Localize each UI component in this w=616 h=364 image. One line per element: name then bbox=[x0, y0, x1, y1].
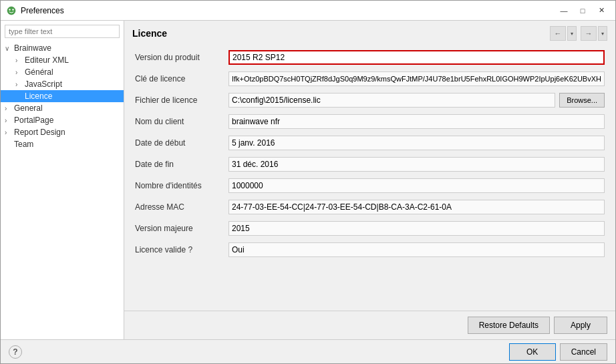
window-controls: — □ ✕ bbox=[555, 4, 610, 17]
input-version-produit[interactable] bbox=[228, 50, 605, 65]
window-icon bbox=[6, 5, 17, 16]
footer-right-buttons: OK Cancel bbox=[509, 343, 607, 361]
form-row-date-fin: Date de fin bbox=[135, 156, 605, 173]
label-cle-licence: Clé de licence bbox=[135, 74, 228, 83]
form-row-nombre-identites: Nombre d'identités bbox=[135, 177, 605, 194]
dropdown-icon: ▾ bbox=[601, 31, 604, 37]
input-date-fin[interactable] bbox=[228, 157, 605, 172]
back-dropdown-button[interactable]: ▾ bbox=[567, 26, 577, 41]
sidebar-item-label: Report Design bbox=[14, 128, 124, 137]
form-row-version-majeure: Version majeure bbox=[135, 220, 605, 237]
forward-icon: → bbox=[585, 29, 593, 37]
maximize-button[interactable]: □ bbox=[574, 4, 591, 17]
main-panel: Licence ← ▾ → ▾ bbox=[124, 21, 615, 339]
sidebar-item-general-sub[interactable]: › Général bbox=[1, 66, 124, 78]
label-version-majeure: Version majeure bbox=[135, 224, 228, 233]
svg-point-2 bbox=[12, 9, 13, 10]
arrow-icon: › bbox=[5, 105, 14, 112]
cancel-button[interactable]: Cancel bbox=[560, 343, 607, 361]
sidebar-item-report-design[interactable]: › Report Design bbox=[1, 126, 124, 138]
input-adresse-mac[interactable] bbox=[228, 200, 605, 214]
sidebar-item-licence[interactable]: Licence bbox=[1, 90, 124, 102]
sidebar-item-team[interactable]: Team bbox=[1, 138, 124, 150]
forward-dropdown-button[interactable]: ▾ bbox=[598, 26, 607, 41]
form-row-date-debut: Date de début bbox=[135, 134, 605, 152]
form-row-fichier-licence: Fichier de licence Browse... bbox=[135, 92, 605, 109]
sidebar-item-javascript[interactable]: › JavaScript bbox=[1, 78, 124, 90]
sidebar-item-brainwave[interactable]: ∨ Brainwave bbox=[1, 42, 124, 54]
dropdown-icon: ▾ bbox=[571, 31, 573, 37]
label-date-fin: Date de fin bbox=[135, 160, 228, 169]
sidebar-item-label: JavaScript bbox=[25, 79, 124, 89]
sidebar-item-editeur-xml[interactable]: › Editeur XML bbox=[1, 54, 124, 66]
title-bar: Preferences — □ ✕ bbox=[1, 1, 615, 21]
input-nombre-identites[interactable] bbox=[228, 178, 605, 193]
label-fichier-licence: Fichier de licence bbox=[135, 96, 228, 105]
arrow-icon: › bbox=[15, 81, 25, 88]
preferences-window: Preferences — □ ✕ ∨ Brainwave › Editeur … bbox=[0, 0, 616, 364]
ok-button[interactable]: OK bbox=[509, 343, 556, 361]
sidebar-item-general[interactable]: › General bbox=[1, 102, 124, 114]
sidebar-item-label: Général bbox=[25, 67, 124, 77]
content-area: ∨ Brainwave › Editeur XML › Général › Ja… bbox=[1, 21, 615, 339]
input-nom-client[interactable] bbox=[228, 114, 605, 129]
arrow-icon: › bbox=[15, 57, 25, 64]
sidebar-item-label: PortalPage bbox=[14, 116, 124, 125]
arrow-icon bbox=[5, 141, 14, 148]
form-row-cle-licence: Clé de licence bbox=[135, 70, 605, 87]
field-licence-valide bbox=[228, 242, 605, 257]
arrow-icon: › bbox=[5, 117, 14, 124]
nav-buttons: ← ▾ → ▾ bbox=[550, 26, 607, 41]
input-fichier-licence[interactable] bbox=[228, 93, 555, 108]
label-version-produit: Version du produit bbox=[135, 53, 228, 62]
field-version-produit bbox=[228, 50, 605, 65]
sidebar-item-label: Licence bbox=[25, 92, 124, 101]
label-nombre-identites: Nombre d'identités bbox=[135, 181, 228, 190]
sidebar-item-label: General bbox=[14, 104, 124, 113]
close-button[interactable]: ✕ bbox=[593, 4, 610, 17]
form-row-nom-client: Nom du client bbox=[135, 113, 605, 130]
forward-button[interactable]: → bbox=[581, 26, 597, 41]
field-nom-client bbox=[228, 114, 605, 129]
sidebar-item-label: Team bbox=[14, 140, 124, 149]
minimize-button[interactable]: — bbox=[555, 4, 573, 17]
bottom-buttons: Restore Defaults Apply bbox=[124, 311, 615, 339]
input-version-majeure[interactable] bbox=[228, 221, 605, 236]
label-date-debut: Date de début bbox=[135, 138, 228, 148]
label-nom-client: Nom du client bbox=[135, 117, 228, 126]
restore-defaults-button[interactable]: Restore Defaults bbox=[468, 317, 550, 334]
panel-title: Licence bbox=[132, 28, 167, 39]
arrow-icon: › bbox=[5, 129, 14, 136]
field-cle-licence bbox=[228, 71, 605, 86]
arrow-icon: ∨ bbox=[5, 45, 14, 52]
back-icon: ← bbox=[555, 29, 562, 37]
field-date-fin bbox=[228, 157, 605, 172]
arrow-icon bbox=[15, 93, 25, 100]
help-button[interactable]: ? bbox=[9, 345, 22, 359]
field-adresse-mac bbox=[228, 200, 605, 214]
footer-bar: ? OK Cancel bbox=[1, 339, 615, 363]
input-licence-valide[interactable] bbox=[228, 242, 605, 257]
browse-button[interactable]: Browse... bbox=[559, 93, 605, 108]
sidebar-item-label: Editeur XML bbox=[25, 55, 124, 65]
window-title: Preferences bbox=[21, 6, 555, 15]
input-date-debut[interactable] bbox=[228, 136, 605, 150]
field-fichier-licence: Browse... bbox=[228, 93, 605, 108]
form-row-adresse-mac: Adresse MAC bbox=[135, 198, 605, 216]
sidebar-item-portalpage[interactable]: › PortalPage bbox=[1, 114, 124, 126]
form-area: Version du produit Clé de licence Fichie… bbox=[124, 43, 615, 311]
svg-point-0 bbox=[7, 7, 15, 15]
panel-header: Licence ← ▾ → ▾ bbox=[124, 21, 615, 43]
svg-point-1 bbox=[9, 9, 10, 10]
sidebar: ∨ Brainwave › Editeur XML › Général › Ja… bbox=[1, 21, 124, 339]
field-nombre-identites bbox=[228, 178, 605, 193]
arrow-icon: › bbox=[15, 69, 25, 76]
field-date-debut bbox=[228, 136, 605, 150]
apply-button[interactable]: Apply bbox=[554, 317, 607, 334]
input-cle-licence[interactable] bbox=[228, 71, 605, 86]
back-button[interactable]: ← bbox=[550, 26, 566, 41]
label-licence-valide: Licence valide ? bbox=[135, 245, 228, 254]
form-row-licence-valide: Licence valide ? bbox=[135, 241, 605, 258]
filter-input[interactable] bbox=[5, 25, 120, 38]
field-version-majeure bbox=[228, 221, 605, 236]
